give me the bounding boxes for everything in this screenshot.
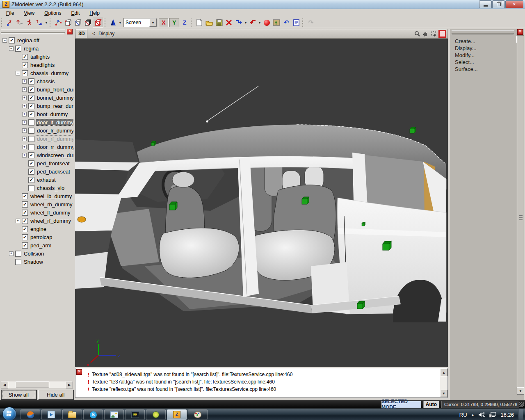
right-scroll-track[interactable] bbox=[517, 35, 524, 394]
polygons-level-icon[interactable] bbox=[73, 18, 83, 27]
viewport-mode-button[interactable]: 3D bbox=[76, 29, 87, 38]
export-icon[interactable] bbox=[248, 18, 258, 27]
toolbar-grip[interactable] bbox=[50, 18, 52, 27]
tree-item-headlights[interactable]: ✓headlights bbox=[1, 61, 73, 69]
tree-item-door_rr_dummy[interactable]: +door_rr_dummy bbox=[1, 143, 73, 151]
log-view-icon[interactable] bbox=[291, 18, 301, 27]
taskbar-image-viewer-button[interactable] bbox=[104, 409, 124, 420]
material-editor-icon[interactable] bbox=[262, 18, 272, 27]
right-scroll-down-icon[interactable]: ▼ bbox=[517, 387, 524, 395]
visibility-checkbox[interactable]: ✓ bbox=[28, 103, 34, 109]
region-select-icon[interactable] bbox=[430, 30, 437, 37]
command-create[interactable]: Create... bbox=[455, 38, 478, 45]
visibility-checkbox[interactable] bbox=[15, 251, 21, 257]
plus-expander-icon[interactable]: + bbox=[16, 219, 20, 223]
texture-browser-icon[interactable] bbox=[272, 18, 281, 27]
plus-expander-icon[interactable]: + bbox=[22, 112, 27, 116]
vertices-level-icon[interactable] bbox=[53, 18, 63, 27]
visibility-checkbox[interactable] bbox=[28, 119, 34, 126]
left-panel-close-icon[interactable]: × bbox=[67, 29, 73, 34]
toolbar-grip[interactable] bbox=[1, 18, 4, 27]
visibility-checkbox[interactable]: ✓ bbox=[28, 169, 34, 175]
taskbar-media-player-button[interactable] bbox=[41, 409, 61, 420]
taskbar-explorer-button[interactable] bbox=[62, 409, 82, 420]
animate-figure-icon[interactable] bbox=[25, 18, 34, 27]
visibility-checkbox[interactable]: ✓ bbox=[28, 87, 34, 93]
hidden-icons-icon[interactable]: ▲ bbox=[471, 413, 475, 417]
right-panel-close-icon[interactable]: × bbox=[517, 29, 523, 35]
hide-all-button[interactable]: Hide all bbox=[38, 390, 74, 399]
visibility-checkbox[interactable]: ✓ bbox=[22, 234, 28, 240]
menu-edit[interactable]: Edit bbox=[68, 9, 84, 17]
visibility-checkbox[interactable]: ✓ bbox=[28, 78, 34, 84]
tree-item-regina.dff[interactable]: −✓regina.dff bbox=[1, 36, 73, 44]
export-dropdown-caret[interactable]: ▼ bbox=[258, 21, 262, 24]
show-desktop-button[interactable] bbox=[518, 409, 523, 420]
minimize-button[interactable] bbox=[479, 0, 492, 8]
scroll-left-icon[interactable]: ◀ bbox=[1, 381, 8, 388]
taskbar-qip-button[interactable] bbox=[146, 409, 166, 420]
tree-hscrollbar[interactable]: ◀ ▶ bbox=[1, 381, 73, 388]
log-scroll-down-icon[interactable]: ▼ bbox=[440, 390, 447, 397]
volume-icon[interactable] bbox=[478, 412, 485, 418]
plus-expander-icon[interactable]: + bbox=[22, 96, 27, 100]
visibility-checkbox[interactable]: ✓ bbox=[15, 46, 21, 52]
screen-combobox[interactable]: Screen ▼ bbox=[123, 18, 157, 27]
visibility-checkbox[interactable]: ✓ bbox=[22, 218, 28, 224]
tool-dropdown-caret[interactable]: ▼ bbox=[44, 21, 48, 24]
resize-grip[interactable] bbox=[519, 402, 524, 407]
scrollbar-thumb[interactable] bbox=[16, 381, 49, 388]
command-surface[interactable]: Surface... bbox=[455, 66, 478, 73]
language-indicator[interactable]: RU bbox=[459, 412, 467, 418]
manipulator-rotate-icon[interactable] bbox=[15, 18, 25, 27]
viewport-back-chevron[interactable]: < bbox=[92, 31, 95, 37]
axis-y-button[interactable]: Y bbox=[169, 18, 179, 27]
visibility-checkbox[interactable]: ✓ bbox=[28, 177, 34, 183]
plus-expander-icon[interactable]: + bbox=[22, 120, 27, 125]
tree-item-regina[interactable]: −✓regina bbox=[1, 44, 73, 52]
plus-expander-icon[interactable]: + bbox=[22, 79, 27, 84]
visibility-checkbox[interactable]: ✓ bbox=[28, 95, 34, 101]
plus-expander-icon[interactable]: + bbox=[22, 87, 27, 92]
tree-item-engine[interactable]: ✓engine bbox=[1, 225, 73, 233]
tree-item-Collision[interactable]: +Collision bbox=[1, 249, 73, 258]
minus-expander-icon[interactable]: − bbox=[2, 38, 7, 43]
right-panel-grip[interactable] bbox=[452, 30, 514, 34]
visibility-checkbox[interactable]: ✓ bbox=[28, 152, 34, 158]
command-display[interactable]: Display... bbox=[455, 45, 478, 52]
start-button[interactable] bbox=[2, 407, 16, 420]
close-button[interactable]: × bbox=[505, 0, 523, 8]
taskbar-paint-button[interactable] bbox=[188, 409, 208, 420]
viewport-3d[interactable]: y z x bbox=[75, 39, 448, 367]
menu-view[interactable]: View bbox=[20, 9, 38, 17]
undo-icon[interactable]: ↶ bbox=[281, 18, 291, 27]
delete-icon[interactable] bbox=[224, 18, 234, 27]
visibility-checkbox[interactable]: ✓ bbox=[22, 201, 28, 208]
visibility-checkbox[interactable]: ✓ bbox=[28, 160, 34, 167]
clock[interactable]: 16:26 bbox=[500, 412, 514, 418]
tree-item-chassis[interactable]: +✓chassis bbox=[1, 77, 73, 85]
visibility-checkbox[interactable]: ✓ bbox=[22, 242, 28, 249]
menu-help[interactable]: Help bbox=[86, 9, 103, 17]
bone-tool-icon[interactable] bbox=[34, 18, 44, 27]
axis-x-button[interactable]: X bbox=[159, 18, 169, 27]
log-close-icon[interactable]: × bbox=[76, 369, 82, 375]
cone-primitive-icon[interactable] bbox=[108, 18, 118, 27]
mesh-browser-icon[interactable] bbox=[83, 18, 93, 27]
tree-item-chassis_dummy[interactable]: −✓chassis_dummy bbox=[1, 69, 73, 77]
taskbar-skype-button[interactable]: S bbox=[83, 409, 103, 420]
tree-item-wheel_rb_dummy[interactable]: ✓wheel_rb_dummy bbox=[1, 200, 73, 208]
tree-item-wheel_lf_dummy[interactable]: ✓wheel_lf_dummy bbox=[1, 208, 73, 217]
combobox-arrow-icon[interactable]: ▼ bbox=[149, 18, 157, 27]
objects-level-icon[interactable] bbox=[93, 18, 103, 27]
log-scrollbar[interactable]: ▲ ▼ bbox=[440, 369, 447, 397]
plus-expander-icon[interactable]: + bbox=[22, 104, 27, 108]
visibility-checkbox[interactable]: ✓ bbox=[22, 70, 28, 76]
tree-item-Shadow[interactable]: Shadow bbox=[1, 258, 73, 266]
command-modify[interactable]: Modify... bbox=[455, 52, 478, 59]
log-scroll-up-icon[interactable]: ▲ bbox=[440, 369, 447, 376]
import-icon[interactable] bbox=[234, 18, 244, 27]
minus-expander-icon[interactable]: − bbox=[9, 46, 14, 51]
visibility-checkbox[interactable] bbox=[28, 128, 34, 134]
right-scroll-grip[interactable] bbox=[519, 215, 523, 220]
